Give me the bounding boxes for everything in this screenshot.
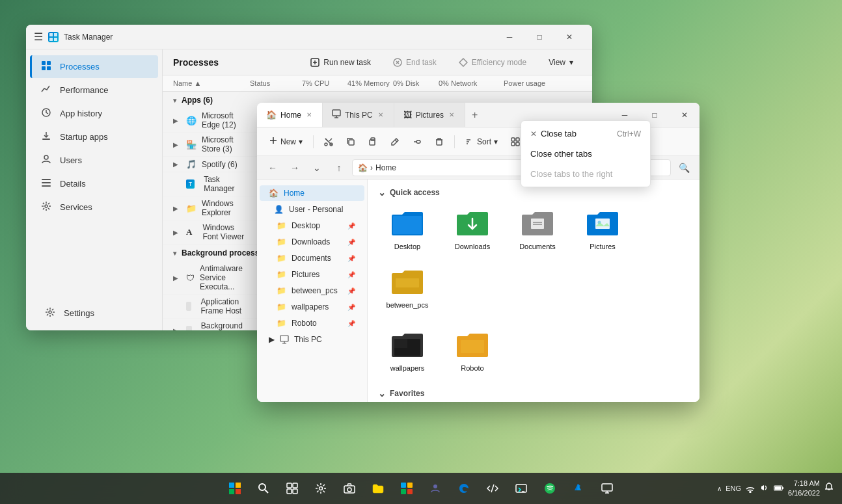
language-indicator[interactable]: ENG [726,484,741,492]
spotify-taskbar-button[interactable] [537,475,563,501]
battery-icon-taskbar[interactable] [774,483,784,495]
recent-locations-button[interactable]: ⌄ [308,159,326,177]
sort-button[interactable]: Sort ▾ [460,134,503,150]
documents-folder-label: Documents [519,242,556,251]
clock-display[interactable]: 7:18 AM 6/16/2022 [788,479,820,499]
network-icon-taskbar[interactable] [745,483,755,495]
sidebar-folder-pictures[interactable]: 📁 Pictures 📌 [260,267,364,282]
sidebar-folder-documents[interactable]: 📁 Documents 📌 [260,250,364,266]
breadcrumb-home: Home [375,163,396,172]
search-button-taskbar[interactable] [251,475,277,501]
task-view-button[interactable] [279,475,305,501]
search-button[interactable]: 🔍 [675,159,693,177]
col-disk[interactable]: 0% Disk [393,79,439,87]
share-button[interactable] [407,132,427,152]
this-pc-tab-close[interactable]: ✕ [377,110,385,120]
expand-icon[interactable]: ▶ [173,161,178,168]
back-button[interactable]: ← [264,159,282,177]
expand-icon[interactable]: ▶ [173,205,178,212]
col-name[interactable]: Name ▲ [173,79,250,87]
folder-item-pictures[interactable]: Pictures [573,204,632,256]
pictures-tab-close[interactable]: ✕ [448,110,455,120]
cut-button[interactable] [319,132,338,152]
add-tab-button[interactable]: + [465,103,484,127]
col-cpu[interactable]: 7% CPU [302,79,347,87]
folder-item-between-pcs[interactable]: between_pcs [378,263,437,315]
new-button[interactable]: New ▾ [264,133,308,150]
paste-button[interactable] [363,132,383,152]
expand-icon[interactable]: ▶ [173,327,178,331]
edge-taskbar-button[interactable] [451,475,477,501]
sidebar-folder-desktop[interactable]: 📁 Desktop 📌 [260,218,364,233]
settings-button[interactable]: Settings [34,302,155,325]
azure-taskbar-button[interactable] [565,475,591,501]
settings-taskbar-button[interactable] [308,475,334,501]
run-new-task-button[interactable]: Run new task [302,55,379,70]
expand-icon[interactable]: ▶ [173,229,178,236]
close-other-tabs-menu-item[interactable]: Close other tabs [521,144,650,164]
svg-rect-1 [54,33,57,36]
file-explorer-taskbar-button[interactable] [365,475,391,501]
rename-button[interactable] [385,132,405,152]
sidebar-item-app-history[interactable]: App history [30,102,158,125]
forward-button[interactable]: → [286,159,304,177]
tab-this-pc[interactable]: This PC ✕ [323,103,394,127]
sidebar-this-pc[interactable]: ▶ This PC [260,332,364,347]
cmd-taskbar-button[interactable] [508,475,534,501]
efficiency-mode-button[interactable]: Efficiency mode [450,55,536,70]
start-button[interactable] [222,475,248,501]
maximize-button[interactable]: □ [524,27,554,47]
col-network[interactable]: 0% Network [439,79,504,87]
end-task-button[interactable]: End task [385,55,445,70]
folder-item-roboto[interactable]: Roboto [443,326,502,378]
minimize-button[interactable]: ─ [495,27,524,47]
up-button[interactable]: ↑ [330,159,348,177]
store-taskbar-button[interactable] [394,475,420,501]
apps-chevron-icon: ▾ [173,97,176,104]
dev-button-taskbar[interactable] [480,475,506,501]
sidebar-user-personal[interactable]: 👤 User - Personal [260,202,364,217]
delete-button[interactable] [429,132,449,152]
folder-item-documents[interactable]: Documents [508,204,567,256]
sidebar-item-startup-apps[interactable]: Startup apps [30,126,158,148]
copy-button[interactable] [341,132,360,152]
search-taskbar-icon [258,483,269,494]
col-power[interactable]: Power usage [504,79,582,87]
home-tab-close[interactable]: ✕ [305,110,313,120]
sidebar-home[interactable]: 🏠 Home [260,185,364,201]
col-status[interactable]: Status [250,79,302,87]
sidebar-item-details[interactable]: Details [30,172,158,195]
fe-close-button[interactable]: ✕ [670,103,699,127]
tab-pictures[interactable]: 🖼 Pictures ✕ [394,103,465,127]
sidebar-folder-roboto[interactable]: 📁 Roboto 📌 [260,315,364,331]
monitor-taskbar-button[interactable] [594,475,620,501]
close-button[interactable]: ✕ [554,27,584,47]
sidebar-folder-wallpapers[interactable]: 📁 wallpapers 📌 [260,299,364,315]
tab-home[interactable]: 🏠 Home ✕ [257,103,323,127]
folder-item-desktop[interactable]: Desktop [378,204,437,256]
sidebar-folder-downloads[interactable]: 📁 Downloads 📌 [260,234,364,250]
sidebar-item-services[interactable]: Services [30,196,158,219]
volume-icon-taskbar[interactable] [759,483,770,495]
view-button[interactable]: View ▾ [540,55,582,70]
col-memory[interactable]: 41% Memory [347,79,393,87]
cmd-icon [515,483,527,494]
notification-button[interactable] [824,482,834,495]
sidebar-item-users[interactable]: Users [30,149,158,172]
expand-icon[interactable]: ▶ [173,274,178,282]
hamburger-menu-icon[interactable]: ☰ [34,31,43,43]
close-tab-menu-item[interactable]: ✕ Close tab Ctrl+W [521,124,650,144]
system-tray-expand[interactable]: ∧ [717,485,722,492]
teams-taskbar-button[interactable] [422,475,448,501]
sidebar-folder-between-pcs[interactable]: 📁 between_pcs 📌 [260,283,364,298]
home-sidebar-icon: 🏠 [269,189,278,198]
camera-taskbar-button[interactable] [336,475,362,501]
expand-icon[interactable]: ▶ [173,117,178,124]
camera-taskbar-icon [344,483,355,494]
sidebar-item-performance[interactable]: Performance [30,79,158,101]
folder-item-downloads[interactable]: Downloads [443,204,502,256]
folder-item-wallpapers[interactable]: wallpapers [378,326,437,378]
sidebar-item-processes[interactable]: Processes [30,55,158,78]
window-controls: ─ □ ✕ [495,27,584,47]
expand-icon[interactable]: ▶ [173,141,178,148]
